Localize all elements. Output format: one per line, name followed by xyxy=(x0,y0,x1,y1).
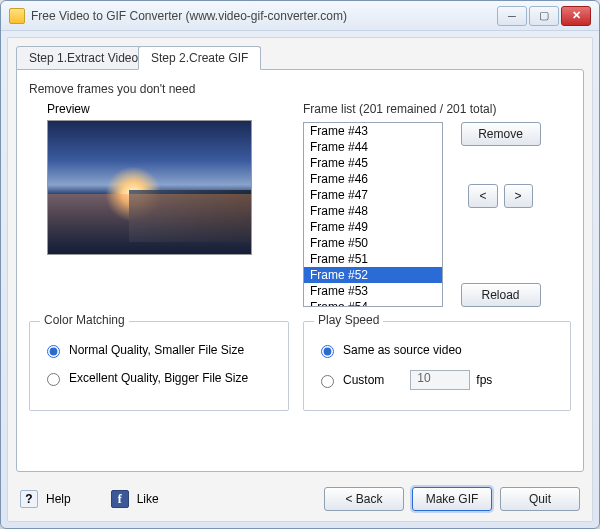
frame-list-item[interactable]: Frame #48 xyxy=(304,203,442,219)
tab-panel-step2: Remove frames you don't need Preview Fra… xyxy=(16,69,584,472)
titlebar: Free Video to GIF Converter (www.video-g… xyxy=(1,1,599,31)
back-button[interactable]: < Back xyxy=(324,487,404,511)
fps-unit: fps xyxy=(476,373,492,387)
radio-same-as-source-label: Same as source video xyxy=(343,343,462,357)
help-link[interactable]: Help xyxy=(46,492,71,506)
minimize-button[interactable]: ─ xyxy=(497,6,527,26)
like-link[interactable]: Like xyxy=(137,492,159,506)
close-button[interactable]: ✕ xyxy=(561,6,591,26)
reload-button[interactable]: Reload xyxy=(461,283,541,307)
remove-button[interactable]: Remove xyxy=(461,122,541,146)
frame-list-item[interactable]: Frame #50 xyxy=(304,235,442,251)
help-icon: ? xyxy=(20,490,38,508)
radio-custom-fps-label: Custom xyxy=(343,373,384,387)
tab-step2[interactable]: Step 2.Create GIF xyxy=(138,46,261,70)
prev-frame-button[interactable]: < xyxy=(468,184,497,208)
window-title: Free Video to GIF Converter (www.video-g… xyxy=(31,9,491,23)
frame-list[interactable]: Frame #43Frame #44Frame #45Frame #46Fram… xyxy=(303,122,443,307)
frame-list-item[interactable]: Frame #47 xyxy=(304,187,442,203)
preview-label: Preview xyxy=(47,102,289,116)
radio-same-as-source-input[interactable] xyxy=(321,345,334,358)
frame-list-item[interactable]: Frame #49 xyxy=(304,219,442,235)
frame-list-item[interactable]: Frame #43 xyxy=(304,123,442,139)
app-window: Free Video to GIF Converter (www.video-g… xyxy=(0,0,600,529)
color-matching-legend: Color Matching xyxy=(40,313,129,327)
frame-list-item[interactable]: Frame #52 xyxy=(304,267,442,283)
radio-excellent-quality[interactable]: Excellent Quality, Bigger File Size xyxy=(42,370,276,386)
facebook-icon: f xyxy=(111,490,129,508)
maximize-button[interactable]: ▢ xyxy=(529,6,559,26)
radio-excellent-quality-input[interactable] xyxy=(47,373,60,386)
fps-input[interactable]: 10 xyxy=(410,370,470,390)
radio-same-as-source[interactable]: Same as source video xyxy=(316,342,558,358)
radio-normal-quality-input[interactable] xyxy=(47,345,60,358)
make-gif-button[interactable]: Make GIF xyxy=(412,487,492,511)
radio-normal-quality[interactable]: Normal Quality, Smaller File Size xyxy=(42,342,276,358)
radio-normal-quality-label: Normal Quality, Smaller File Size xyxy=(69,343,244,357)
frame-list-item[interactable]: Frame #45 xyxy=(304,155,442,171)
app-icon xyxy=(9,8,25,24)
remove-frames-title: Remove frames you don't need xyxy=(29,82,571,96)
frame-list-item[interactable]: Frame #44 xyxy=(304,139,442,155)
framelist-label: Frame list (201 remained / 201 total) xyxy=(303,102,571,116)
tab-step1[interactable]: Step 1.Extract Video xyxy=(16,46,151,70)
radio-excellent-quality-label: Excellent Quality, Bigger File Size xyxy=(69,371,248,385)
frame-list-item[interactable]: Frame #46 xyxy=(304,171,442,187)
play-speed-legend: Play Speed xyxy=(314,313,383,327)
footer: ? Help f Like < Back Make GIF Quit xyxy=(8,481,592,521)
frame-list-item[interactable]: Frame #54 xyxy=(304,299,442,307)
quit-button[interactable]: Quit xyxy=(500,487,580,511)
radio-custom-fps-input[interactable] xyxy=(321,375,334,388)
preview-image xyxy=(47,120,252,255)
frame-list-item[interactable]: Frame #53 xyxy=(304,283,442,299)
frame-list-item[interactable]: Frame #51 xyxy=(304,251,442,267)
next-frame-button[interactable]: > xyxy=(504,184,533,208)
radio-custom-fps[interactable]: Custom xyxy=(316,372,384,388)
